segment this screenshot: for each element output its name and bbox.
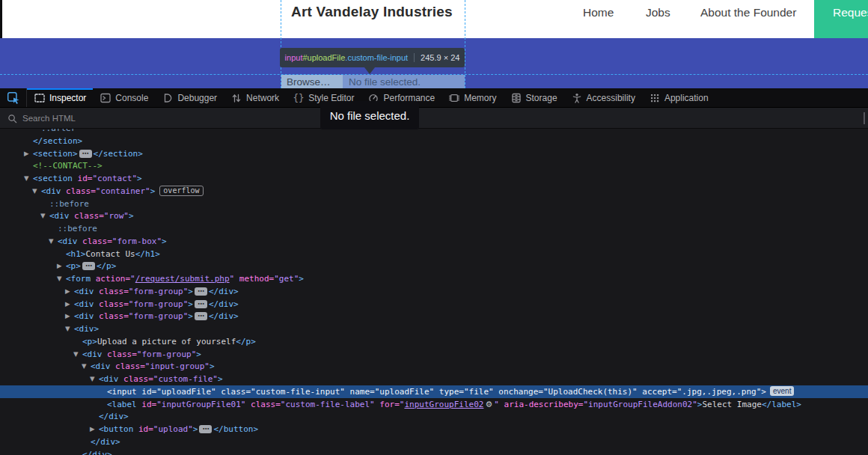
markup-segment: id= (73, 174, 93, 183)
markup-node-row[interactable]: ▶<section>⋯</section> (0, 147, 868, 160)
twisty-expanded-icon[interactable]: ▼ (24, 172, 29, 185)
markup-node-row[interactable]: </div> (0, 448, 868, 455)
network-icon (230, 92, 242, 104)
markup-node-row[interactable]: ▼<div class="custom-file"> (0, 373, 868, 385)
markup-segment: </div> (209, 287, 239, 296)
nav-link-jobs[interactable]: Jobs (646, 6, 670, 19)
markup-node-row[interactable]: ▼<div class="input-group"> (0, 360, 868, 373)
markup-segment: > (188, 299, 193, 309)
nav-link-about-the-founder[interactable]: About the Founder (700, 6, 796, 19)
markup-segment: <!--CONTACT--> (33, 161, 103, 171)
attribute-link[interactable]: /request/submit.php (135, 274, 230, 284)
markup-node-row[interactable]: ▼<div class="form-group"> (0, 348, 868, 361)
debugger-icon (162, 92, 174, 104)
tab-accessibility[interactable]: Accessibility (564, 88, 642, 107)
tab-label: Network (246, 93, 279, 103)
markup-node-row[interactable]: ▼<div class="form-box"> (0, 235, 868, 248)
twisty-collapsed-icon[interactable]: ▶ (90, 423, 95, 436)
markup-node-row[interactable]: </div> (0, 436, 868, 448)
markup-segment: accept= (638, 387, 677, 397)
ellipsis-badge[interactable]: ⋯ (195, 287, 207, 296)
markup-segment: "custom-file-input" (251, 387, 345, 397)
twisty-collapsed-icon[interactable]: ▶ (65, 298, 70, 311)
twisty-collapsed-icon[interactable]: ▶ (24, 147, 29, 160)
ellipsis-badge[interactable]: ⋯ (79, 150, 92, 158)
markup-node-row[interactable]: ▼<div> (0, 323, 868, 335)
request-button-label: Request (833, 6, 868, 19)
ellipsis-badge[interactable]: ⋯ (195, 300, 207, 308)
window-edge (0, 0, 2, 38)
attribute-link[interactable]: inputGroupFile02 (404, 400, 483, 409)
twisty-collapsed-icon[interactable]: ▶ (65, 285, 70, 298)
request-button[interactable]: Request (814, 0, 868, 38)
event-badge[interactable]: event (770, 386, 794, 396)
tab-debugger[interactable]: Debugger (155, 88, 224, 107)
markup-node-row[interactable]: <p>Upload a picture of yourself</p> (0, 335, 868, 348)
markup-node-row[interactable]: ▶<button id="upload">⋯</button> (0, 423, 868, 436)
markup-node-row-selected[interactable]: <input id="uploadFile" class="custom-fil… (0, 385, 868, 398)
markup-node-row[interactable]: ::before (0, 198, 868, 210)
twisty-expanded-icon[interactable]: ▼ (40, 210, 46, 222)
markup-view[interactable]: ::after</section>▶<section>⋯</section><!… (0, 129, 868, 455)
screen: Art Vandelay Industries HomeJobsAbout th… (0, 0, 868, 455)
markup-node-row[interactable]: </section> (0, 135, 868, 147)
markup-segment: "contact" (92, 174, 137, 183)
twisty-collapsed-icon[interactable]: ▶ (57, 260, 62, 272)
markup-node-row[interactable]: ::before (0, 222, 868, 235)
twisty-expanded-icon[interactable]: ▼ (73, 348, 79, 361)
markup-node-row[interactable]: ▼<section id="contact"> (0, 172, 868, 185)
twisty-expanded-icon[interactable]: ▼ (57, 272, 62, 285)
tab-network[interactable]: Network (224, 88, 286, 107)
markup-node-row[interactable]: </div> (0, 410, 868, 423)
scrollbar-thumb[interactable] (864, 112, 865, 124)
twisty-expanded-icon[interactable]: ▼ (90, 373, 95, 385)
tab-memory[interactable]: Memory (441, 88, 503, 107)
markup-segment: class= (119, 374, 153, 384)
tab-storage[interactable]: Storage (504, 88, 564, 107)
markup-node-row[interactable]: ▶<div class="form-group">⋯</div> (0, 298, 868, 311)
markup-segment: name= (345, 387, 375, 397)
markup-node-row[interactable]: ▼<div class="container">overflow (0, 185, 868, 198)
markup-node-row[interactable]: <label id="inputGroupFile01" class="cust… (0, 398, 868, 411)
tab-application[interactable]: Application (642, 88, 715, 107)
markup-node-row[interactable]: ::after (0, 129, 868, 135)
markup-segment: <section> (33, 149, 78, 159)
markup-segment: </section> (94, 149, 143, 159)
markup-node-row[interactable]: <h1>Contact Us</h1> (0, 248, 868, 260)
tab-console[interactable]: Console (93, 88, 155, 107)
markup-segment: </label> (762, 400, 801, 409)
tab-inspector[interactable]: Inspector (27, 88, 93, 107)
markup-segment: onchange= (494, 387, 543, 397)
markup-node-row[interactable]: ▶<div class="form-group">⋯</div> (0, 285, 868, 298)
ellipsis-badge[interactable]: ⋯ (195, 312, 207, 320)
style-editor-icon: {} (293, 92, 305, 104)
markup-node-row[interactable]: ▶<p>⋯</p> (0, 260, 868, 272)
browse-button[interactable]: Browse… (281, 75, 343, 88)
nav-link-home[interactable]: Home (583, 6, 614, 19)
markup-node-row[interactable]: ▶<div class="form-group">⋯</div> (0, 310, 868, 323)
twisty-collapsed-icon[interactable]: ▶ (65, 310, 70, 323)
markup-segment: "form-group" (129, 311, 188, 321)
tab-label: Memory (464, 93, 496, 103)
ellipsis-badge[interactable]: ⋯ (82, 262, 95, 270)
highlighter-guide-horizontal (0, 74, 868, 75)
twisty-expanded-icon[interactable]: ▼ (32, 185, 37, 198)
twisty-expanded-icon[interactable]: ▼ (49, 235, 54, 248)
overflow-badge[interactable]: overflow (159, 186, 203, 196)
markup-segment: <div (58, 236, 78, 246)
element-picker-button[interactable] (0, 88, 27, 107)
markup-node-row[interactable]: ▼<div class="row"> (0, 210, 868, 222)
markup-node-row[interactable]: <!--CONTACT--> (0, 159, 868, 172)
markup-segment: > (137, 174, 142, 183)
markup-segment: "uploadFile" (375, 387, 434, 397)
markup-segment: > (193, 424, 198, 434)
storage-icon (510, 92, 522, 104)
application-icon (649, 92, 661, 104)
markup-segment: > (150, 186, 156, 196)
markup-node-row[interactable]: ▼<form action="/request/submit.php" meth… (0, 272, 868, 285)
file-input-tooltip-text: No file selected. (330, 109, 410, 122)
twisty-expanded-icon[interactable]: ▼ (82, 360, 87, 373)
twisty-expanded-icon[interactable]: ▼ (65, 323, 70, 335)
ellipsis-badge[interactable]: ⋯ (199, 425, 212, 433)
markup-segment: "form-group" (129, 287, 188, 296)
